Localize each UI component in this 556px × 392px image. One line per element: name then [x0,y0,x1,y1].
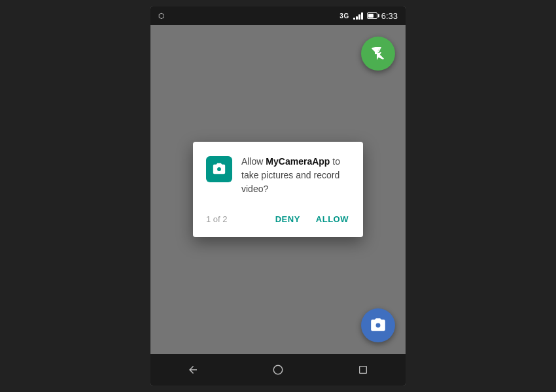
back-icon [187,364,199,376]
recents-icon [358,365,368,375]
main-content: Allow MyCameraApp to take pictures and r… [150,25,406,354]
deny-button[interactable]: DENY [269,209,307,229]
svg-rect-1 [360,367,367,374]
camera-capture-button[interactable] [361,308,395,342]
flash-off-icon [370,46,386,61]
home-icon [272,364,284,376]
recents-button[interactable] [350,357,376,383]
signal-bar-1 [353,18,355,20]
signal-bar-4 [361,12,363,20]
dialog-body: Allow MyCameraApp to take pictures and r… [193,142,363,206]
dialog-actions: DENY ALLOW [269,209,355,229]
network-type: 3G [339,12,349,20]
permission-counter: 1 of 2 [206,214,228,224]
permission-dialog: Allow MyCameraApp to take pictures and r… [193,142,363,237]
camera-permission-icon [212,162,226,176]
home-button[interactable] [265,357,291,383]
dialog-text: Allow MyCameraApp to take pictures and r… [241,155,350,196]
status-left-icons: ⬡ [158,12,165,20]
status-right-icons: 3G 6:33 [339,11,398,21]
signal-bars [353,12,363,20]
signal-bar-3 [358,14,360,20]
allow-button[interactable]: ALLOW [309,209,355,229]
permission-prefix: Allow [241,156,266,167]
app-name: MyCameraApp [266,156,330,167]
battery-fill [368,14,374,18]
status-bar: ⬡ 3G 6:33 [150,7,406,25]
dialog-footer: 1 of 2 DENY ALLOW [193,206,363,237]
flash-off-button[interactable] [361,37,395,71]
phone-frame: ⬡ 3G 6:33 [150,7,406,385]
nav-bar [150,354,406,385]
battery-icon [367,12,377,19]
android-icon: ⬡ [158,12,165,20]
camera-icon-box [206,156,232,182]
signal-bar-2 [356,16,358,20]
svg-point-0 [273,365,283,374]
status-time: 6:33 [381,11,398,21]
back-button[interactable] [180,357,206,383]
camera-capture-icon [370,317,387,334]
